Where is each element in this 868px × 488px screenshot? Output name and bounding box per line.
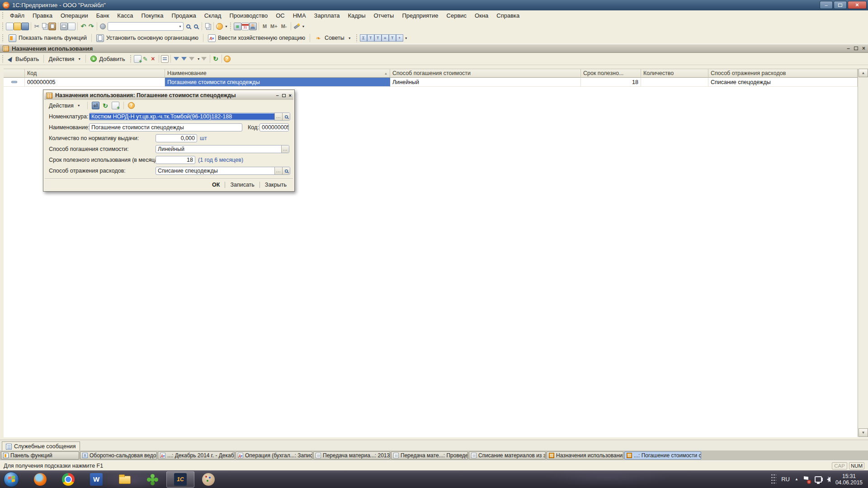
account-turnover-report-icon[interactable]: Т [367,34,374,42]
account-card-report-icon[interactable]: Т [389,34,396,42]
paste-icon[interactable] [48,23,56,30]
column-row-marker[interactable] [4,69,25,78]
menu-nma[interactable]: НМА [289,11,310,20]
info-icon[interactable]: i [216,23,223,30]
memory-m-button[interactable]: М [261,23,269,29]
vertical-scrollbar[interactable]: ▲ ▼ [858,69,868,437]
enter-business-operation-button[interactable]: Дк Ввести хозяйственную операцию [205,33,308,43]
show-function-panel-button[interactable]: Показать панель функций [6,33,90,43]
save-and-close-icon[interactable]: ⏎ [92,102,99,109]
find-icon[interactable] [99,23,107,30]
copy-item-icon[interactable] [112,102,119,109]
write-button[interactable]: Записать [225,182,259,188]
cancel-search-icon[interactable] [192,23,200,30]
report-add-icon[interactable]: + [396,34,403,42]
combobox-arrow-icon[interactable]: ▼ [179,25,182,28]
qty-field[interactable]: 0,000 [156,134,197,142]
nomenclature-field[interactable]: Костюм НОРД-Н ут.цв.кр.-ч.тк.Томбой(96-1… [89,113,290,121]
maximize-button[interactable] [834,1,847,9]
window-button-december[interactable]: Дк ...: Декабрь 2014 г. - Декаб... [158,451,235,460]
reread-icon[interactable]: ↻ [102,102,109,109]
window-button-osv[interactable]: Т Оборотно-сальдовая ведом... [80,451,157,460]
dialog-actions-button[interactable]: Действия ▼ [46,102,83,110]
column-qty[interactable]: Количество [641,69,708,78]
dialog-help-icon[interactable]: ? [128,102,135,109]
menu-production[interactable]: Производство [225,11,272,20]
window-button-item-active[interactable]: ...: Погашение стоимости с... [624,451,701,460]
menu-operations[interactable]: Операции [57,11,92,20]
undo-icon[interactable]: ↶ [80,23,87,30]
menu-file[interactable]: Файл [6,11,28,20]
taskbar-green-app[interactable] [138,471,166,488]
close-dialog-button[interactable]: Закрыть [260,182,292,188]
windows-cascade-icon[interactable] [204,23,212,30]
taskbar-explorer[interactable] [110,471,138,488]
menu-bank[interactable]: Банк [92,11,113,20]
edit-icon[interactable]: ✎ [142,55,149,63]
dialog-close-icon[interactable]: × [289,93,292,98]
window-button-writeoff[interactable]: Списание материалов из э... [469,451,546,460]
calculator-icon[interactable]: ▦ [234,23,241,30]
column-name[interactable]: Наименование ▲ [165,69,390,78]
turnover-balance-report-icon[interactable]: Σ [360,34,367,42]
menu-hr[interactable]: Кадры [344,11,370,20]
redo-icon[interactable]: ↷ [87,23,95,30]
menu-service[interactable]: Сервис [443,11,471,20]
menu-edit[interactable]: Правка [28,11,57,20]
nomenclature-choose-button[interactable]: ... [274,113,282,120]
scroll-up-icon[interactable]: ▲ [859,69,868,77]
taskbar-chrome[interactable] [54,471,82,488]
window-button-function-panel[interactable]: Панель функций [1,451,79,460]
menu-os[interactable]: ОС [272,11,289,20]
clock[interactable]: 15:31 04.06.2015 [835,473,863,486]
expense-field[interactable]: Списание спецодежды ... [156,167,290,175]
user-icon[interactable] [249,23,257,30]
set-main-organization-button[interactable]: Установить основную организацию [94,33,201,43]
add-copy-icon[interactable] [134,55,142,63]
cut-icon[interactable]: ✂ [33,23,41,30]
menu-cash[interactable]: Касса [113,11,137,20]
new-document-icon[interactable] [6,23,14,30]
select-button[interactable]: Выбрать [6,55,42,63]
menu-enterprise[interactable]: Предприятие [398,11,442,20]
mdi-close-icon[interactable]: × [862,45,865,52]
open-icon[interactable] [14,23,21,30]
taskbar-firefox[interactable] [26,471,54,488]
close-button[interactable]: × [848,1,867,9]
nomenclature-open-button[interactable] [282,113,290,120]
service-dropdown-icon[interactable]: ▼ [302,25,305,28]
dialog-minimize-icon[interactable]: – [276,93,278,98]
reports-more-icon[interactable]: ▼ [405,37,408,40]
code-field[interactable]: 000000005 [259,123,289,131]
row-method-cell[interactable]: Линейный [390,78,581,87]
show-hidden-icons[interactable]: ▲ [795,477,798,481]
row-expense-cell[interactable]: Списание спецодежды [708,78,858,87]
row-code-cell[interactable]: 000000005 [25,78,165,87]
term-field[interactable]: 18 [156,156,195,164]
account-analysis-report-icon[interactable]: ≡ [382,34,389,42]
mdi-restore-icon[interactable] [854,47,858,50]
service-wand-icon[interactable] [293,23,301,30]
ok-button[interactable]: ОК [207,182,225,188]
scroll-down-icon[interactable]: ▼ [859,428,868,437]
help-icon[interactable]: ? [224,56,231,62]
menu-salary[interactable]: Зарплата [310,11,344,20]
delete-icon[interactable]: × [149,55,157,63]
add-button[interactable]: + Добавить [88,55,127,63]
save-icon[interactable] [21,23,29,30]
clear-filter-icon[interactable] [200,55,208,63]
window-button-transfer-2013[interactable]: Передача материа...: 2013 г. [313,451,390,460]
row-term-cell[interactable]: 18 [581,78,641,87]
method-choose-button[interactable]: ... [281,145,289,153]
info-dropdown-icon[interactable]: ▼ [225,25,228,28]
row-name-cell-selected[interactable]: Погашение стоимости спецодежды [165,78,390,87]
find-in-list-icon[interactable] [184,23,192,30]
taskbar-paint[interactable] [194,471,222,488]
filter-settings-icon[interactable] [180,55,188,63]
taskbar-1c-active[interactable] [166,471,194,488]
mdi-minimize-icon[interactable]: – [847,45,850,52]
column-method[interactable]: Способ погашения стоимости [390,69,581,78]
set-filter-icon[interactable] [173,55,180,63]
row-qty-cell[interactable] [641,78,708,87]
menu-reports[interactable]: Отчеты [369,11,398,20]
